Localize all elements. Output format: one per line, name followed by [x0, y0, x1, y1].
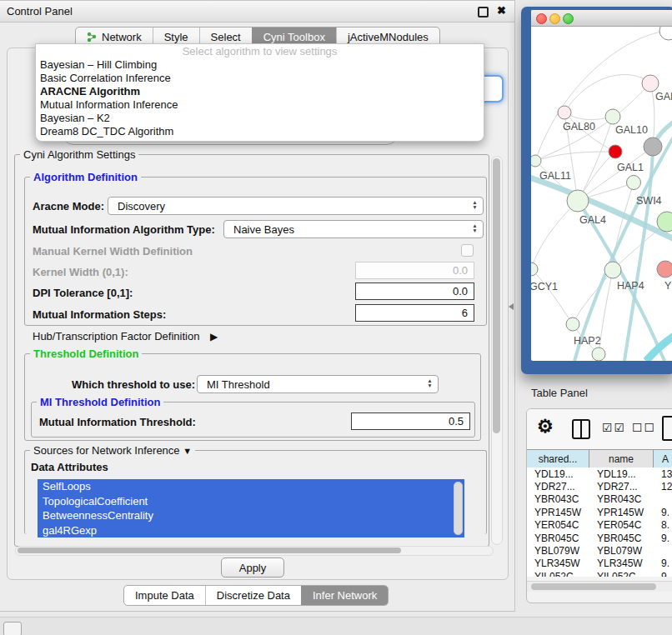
- table-horizontal-scrollbar[interactable]: [527, 581, 672, 592]
- mi-algorithm-type-select[interactable]: Naive Bayes ▲▼: [223, 220, 484, 238]
- kernel-width-field[interactable]: 0.0: [355, 262, 474, 279]
- status-strip: [0, 617, 672, 635]
- panel-toggle-button[interactable]: [3, 622, 22, 635]
- table-row[interactable]: YIL052CYIL052C9.: [527, 570, 672, 577]
- table-cell: YDR27...: [589, 481, 654, 492]
- network-node-gal[interactable]: [642, 75, 659, 92]
- table-row[interactable]: YPR145WYPR145W9.: [527, 506, 672, 518]
- network-node-gal80[interactable]: [558, 106, 571, 119]
- expand-right-icon: ▶: [210, 331, 218, 342]
- settings-vscroll-thumb[interactable]: [493, 158, 500, 433]
- which-threshold-label: Which threshold to use:: [72, 378, 195, 391]
- network-node[interactable]: [644, 138, 662, 156]
- table-cell: YDR27...: [527, 481, 589, 492]
- network-node-hap4[interactable]: [604, 262, 621, 278]
- minimize-light[interactable]: [549, 13, 560, 24]
- tab-infer-network-label: Infer Network: [313, 589, 377, 602]
- tab-impute-data[interactable]: Impute Data: [124, 586, 205, 605]
- dropdown-item[interactable]: Bayesian – Hill Climbing: [36, 58, 484, 72]
- mi-threshold-field[interactable]: 0.5: [351, 412, 470, 430]
- panel-collapse-arrow-icon[interactable]: [509, 303, 514, 310]
- aracne-mode-select[interactable]: Discovery ▲▼: [108, 197, 484, 215]
- threshold-definition-group: Threshold Definition Which threshold to …: [24, 353, 481, 441]
- table-cell: YBR045C: [589, 532, 654, 544]
- file-icon[interactable]: [662, 416, 672, 441]
- table-row[interactable]: YBL079WYBL079W: [527, 544, 672, 557]
- table-cell: 9.: [654, 532, 672, 544]
- attribute-list-item[interactable]: BetweennessCentrality: [38, 508, 464, 523]
- network-node-gal1[interactable]: [627, 176, 641, 190]
- column-header-name[interactable]: name: [589, 450, 654, 468]
- table-hscroll-thumb[interactable]: [531, 583, 656, 590]
- tab-impute-data-label: Impute Data: [135, 589, 194, 602]
- sources-group: Sources for Network Inference ▼ Data Att…: [24, 450, 487, 534]
- dropdown-item[interactable]: Basic Correlation Inference: [36, 72, 484, 85]
- checked-boxes-icon[interactable]: ☑☑: [602, 421, 626, 434]
- manual-kernel-label: Manual Kernel Width Definition: [33, 245, 193, 258]
- mi-steps-field[interactable]: 6: [355, 304, 474, 322]
- attribute-list-item[interactable]: TopologicalCoefficient: [38, 494, 464, 509]
- table-row[interactable]: YLR345WYLR345W9.: [527, 558, 672, 570]
- tab-cyni-toolbox-label: Cyni Toolbox: [263, 31, 325, 43]
- gear-icon[interactable]: ⚙: [537, 416, 554, 438]
- split-columns-icon[interactable]: [572, 419, 590, 439]
- column-header-shared[interactable]: shared...: [527, 450, 589, 468]
- network-node[interactable]: [592, 348, 605, 361]
- table-body[interactable]: YDL19...YDL19...13YDR27...YDR27...12YBR0…: [527, 468, 672, 577]
- settings-horizontal-scrollbar[interactable]: [15, 546, 494, 556]
- table-row[interactable]: YBR045CYBR045C9.: [527, 532, 672, 544]
- network-icon: [87, 32, 98, 42]
- table-cell: 9.: [654, 558, 672, 569]
- apply-button[interactable]: Apply: [221, 558, 284, 578]
- settings-vertical-scrollbar[interactable]: [491, 156, 503, 545]
- mi-steps-label: Mutual Information Steps:: [33, 308, 166, 321]
- column-header-third[interactable]: A: [654, 450, 672, 468]
- collapse-down-icon[interactable]: ▼: [183, 446, 192, 456]
- which-threshold-select[interactable]: MI Threshold ▲▼: [197, 375, 439, 393]
- network-node[interactable]: [659, 27, 672, 40]
- network-node-hap2[interactable]: [566, 318, 579, 331]
- sources-group-title: Sources for Network Inference ▼: [30, 444, 195, 457]
- network-node[interactable]: [609, 145, 622, 158]
- attribute-list-item[interactable]: SelfLoops: [38, 479, 464, 494]
- algorithm-definition-group: Algorithm Definition Aracne Mode: Discov…: [24, 177, 487, 326]
- tab-discretize-data[interactable]: Discretize Data: [205, 586, 301, 605]
- zoom-light[interactable]: [563, 13, 574, 24]
- table-header-row: shared... name A: [527, 449, 672, 469]
- network-graph-canvas[interactable]: GALGAL80GAL10GAL1GAL11GAL4SWI4GCY1HAP4YH…: [531, 27, 672, 361]
- node-label: Y: [664, 280, 672, 292]
- network-view-window[interactable]: GALGAL80GAL10GAL1GAL11GAL4SWI4GCY1HAP4YH…: [531, 10, 672, 361]
- manual-kernel-checkbox[interactable]: [461, 244, 474, 257]
- table-row[interactable]: YDR27...YDR27...12: [527, 480, 672, 492]
- list-scrollbar-thumb[interactable]: [454, 482, 463, 535]
- table-row[interactable]: YDL19...YDL19...13: [527, 468, 672, 480]
- unchecked-boxes-icon[interactable]: ☐☐: [632, 421, 656, 434]
- table-panel-title: Table Panel: [531, 387, 588, 399]
- close-icon[interactable]: ✖: [497, 4, 506, 17]
- node-label: GCY1: [531, 281, 558, 292]
- table-cell: YBL079W: [589, 545, 654, 557]
- data-attributes-list[interactable]: SelfLoopsTopologicalCoefficientBetweenne…: [38, 479, 464, 538]
- dropdown-item[interactable]: ARACNE Algorithm: [36, 85, 484, 98]
- settings-hscroll-thumb[interactable]: [18, 548, 401, 553]
- close-light[interactable]: [536, 13, 547, 24]
- mi-threshold-value: 0.5: [449, 415, 464, 428]
- network-node-y[interactable]: [657, 261, 672, 278]
- hub-tf-definition-toggle[interactable]: Hub/Transcription Factor Definition ▶: [33, 330, 218, 342]
- network-node-gal4[interactable]: [567, 190, 589, 212]
- network-node-gal11[interactable]: [531, 155, 541, 167]
- network-node-gcy1[interactable]: [531, 262, 538, 276]
- attribute-list-item[interactable]: gal4RGexp: [38, 523, 464, 538]
- tab-infer-network[interactable]: Infer Network: [301, 586, 388, 605]
- network-node-gal10[interactable]: [605, 109, 620, 124]
- table-row[interactable]: YBR043CYBR043C: [527, 493, 672, 506]
- screenshot-root: Control Panel ✖ Network Style Select Cyn…: [0, 0, 672, 635]
- table-row[interactable]: YER054CYER054C8.: [527, 519, 672, 532]
- float-window-icon[interactable]: [478, 7, 489, 18]
- table-cell: YLR345W: [527, 558, 589, 569]
- stepper-icon: ▲▼: [426, 378, 434, 388]
- dropdown-item[interactable]: Dream8 DC_TDC Algorithm: [36, 125, 484, 138]
- dropdown-item[interactable]: Bayesian – K2: [36, 112, 484, 125]
- dpi-tolerance-field[interactable]: 0.0: [355, 282, 474, 300]
- dropdown-item[interactable]: Mutual Information Inference: [36, 98, 484, 112]
